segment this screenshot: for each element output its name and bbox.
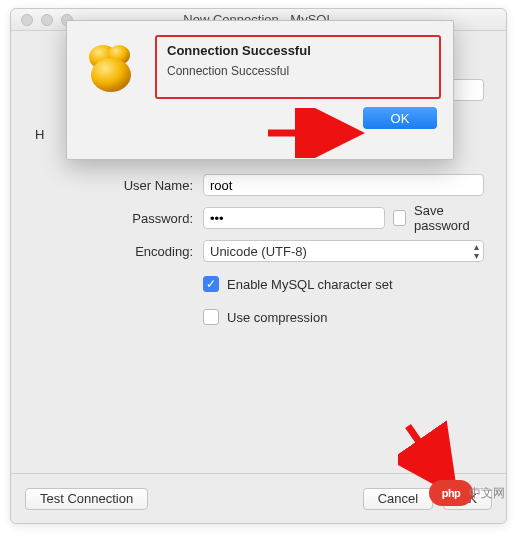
hidden-field-stub: [454, 79, 484, 101]
encoding-select[interactable]: Unicode (UTF-8) ▴▾: [203, 240, 484, 262]
close-window-button[interactable]: [21, 14, 33, 26]
enable-charset-checkbox[interactable]: ✓: [203, 276, 219, 292]
alert-ok-button[interactable]: OK: [363, 107, 437, 129]
save-password-label: Save password: [414, 203, 484, 233]
password-label: Password:: [33, 211, 203, 226]
alert-sheet: Connection Successful Connection Success…: [66, 20, 454, 160]
test-connection-button[interactable]: Test Connection: [25, 488, 148, 510]
user-name-label: User Name:: [33, 178, 203, 193]
updown-icon: ▴▾: [474, 242, 479, 260]
hidden-label-left: H: [35, 127, 44, 142]
watermark-badge: php: [429, 480, 473, 506]
alert-text-highlight: Connection Successful Connection Success…: [155, 35, 441, 99]
use-compression-checkbox[interactable]: [203, 309, 219, 325]
watermark: php 中文网: [429, 480, 505, 506]
save-password-checkbox[interactable]: [393, 210, 406, 226]
watermark-text: 中文网: [469, 485, 505, 502]
window-controls: [11, 14, 73, 26]
app-icon: [79, 35, 143, 99]
use-compression-label: Use compression: [227, 310, 327, 325]
user-name-input[interactable]: [203, 174, 484, 196]
alert-message: Connection Successful: [167, 64, 429, 78]
minimize-window-button[interactable]: [41, 14, 53, 26]
svg-point-2: [91, 58, 131, 92]
enable-charset-label: Enable MySQL character set: [227, 277, 393, 292]
encoding-value: Unicode (UTF-8): [210, 244, 307, 259]
cancel-button[interactable]: Cancel: [363, 488, 433, 510]
encoding-label: Encoding:: [33, 244, 203, 259]
password-input[interactable]: [203, 207, 385, 229]
alert-title: Connection Successful: [167, 43, 429, 58]
